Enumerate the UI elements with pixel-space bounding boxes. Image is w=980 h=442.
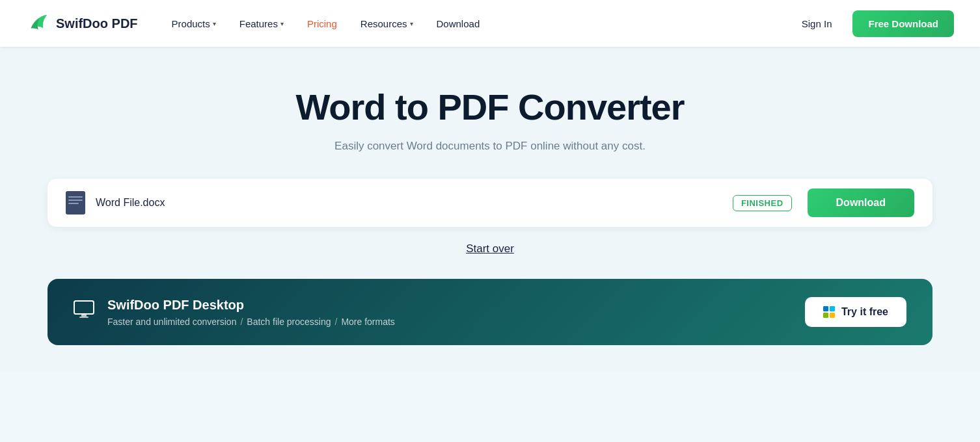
windows-icon [823, 306, 835, 318]
brand-name: SwifDoo PDF [56, 16, 138, 31]
free-download-button[interactable]: Free Download [852, 10, 954, 37]
svg-rect-4 [74, 301, 94, 314]
navbar-right: Sign In Free Download [791, 10, 954, 37]
chevron-down-icon: ▾ [280, 20, 284, 27]
start-over-link[interactable]: Start over [466, 242, 514, 255]
page-subtitle: Easily convert Word documents to PDF onl… [334, 140, 646, 153]
nav-items: Products ▾ Features ▾ Pricing Resources … [161, 13, 791, 34]
monitor-icon [74, 300, 94, 324]
banner-title: SwifDoo PDF Desktop [107, 298, 395, 313]
download-button[interactable]: Download [808, 188, 914, 217]
separator-1: / [240, 317, 243, 327]
desktop-banner: SwifDoo PDF Desktop Faster and unlimited… [48, 279, 932, 345]
banner-text: SwifDoo PDF Desktop Faster and unlimited… [107, 298, 395, 327]
svg-rect-1 [68, 196, 83, 198]
navbar: SwifDoo PDF Products ▾ Features ▾ Pricin… [0, 0, 980, 47]
banner-feature-2: Batch file processing [247, 317, 331, 327]
sign-in-button[interactable]: Sign In [791, 13, 843, 34]
status-badge: FINISHED [733, 195, 792, 211]
logo-link[interactable]: SwifDoo PDF [26, 11, 138, 36]
separator-2: / [335, 317, 338, 327]
nav-item-features[interactable]: Features ▾ [229, 13, 294, 34]
nav-item-products[interactable]: Products ▾ [161, 13, 226, 34]
banner-features: Faster and unlimited conversion / Batch … [107, 317, 395, 327]
chevron-down-icon: ▾ [213, 20, 216, 27]
try-free-button[interactable]: Try it free [805, 297, 906, 327]
banner-left: SwifDoo PDF Desktop Faster and unlimited… [74, 298, 395, 327]
file-name: Word File.docx [96, 197, 733, 209]
logo-icon [26, 11, 51, 36]
try-free-label: Try it free [841, 306, 888, 318]
main-content: Word to PDF Converter Easily convert Wor… [0, 47, 980, 371]
file-row: Word File.docx FINISHED Download [48, 179, 932, 227]
file-docx-icon [66, 191, 85, 214]
chevron-down-icon: ▾ [410, 20, 413, 27]
svg-rect-2 [68, 200, 83, 201]
nav-item-download[interactable]: Download [426, 13, 491, 34]
nav-item-pricing[interactable]: Pricing [297, 13, 347, 34]
banner-feature-1: Faster and unlimited conversion [107, 317, 236, 327]
svg-rect-5 [81, 315, 87, 317]
nav-item-resources[interactable]: Resources ▾ [350, 13, 424, 34]
svg-rect-6 [79, 317, 88, 318]
svg-rect-3 [68, 203, 79, 204]
banner-feature-3: More formats [341, 317, 394, 327]
page-title: Word to PDF Converter [295, 86, 684, 128]
